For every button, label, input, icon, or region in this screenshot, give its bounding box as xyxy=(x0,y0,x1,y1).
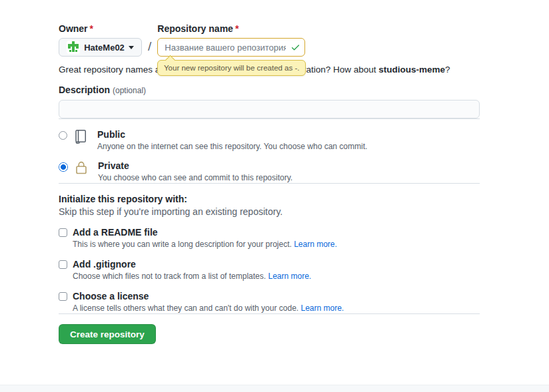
owner-name: HateMe02 xyxy=(84,43,125,53)
license-learn-more-link[interactable]: Learn more. xyxy=(301,303,344,313)
repo-name-group: Repository name* xyxy=(157,24,305,57)
readme-checkbox[interactable] xyxy=(59,228,67,237)
repo-name-input[interactable] xyxy=(157,38,305,57)
divider xyxy=(59,183,480,184)
initialize-subtitle: Skip this step if you're importing an ex… xyxy=(59,206,480,218)
description-label-text: Description xyxy=(59,85,110,95)
divider xyxy=(59,313,480,314)
owner-repo-separator: / xyxy=(148,38,151,57)
owner-avatar xyxy=(67,41,80,54)
owner-group: Owner* HateMe02 xyxy=(59,24,142,57)
gitignore-checkbox[interactable] xyxy=(59,260,67,269)
readme-option: Add a README file This is where you can … xyxy=(59,226,480,250)
check-icon xyxy=(290,43,300,53)
readme-label[interactable]: Add a README file xyxy=(73,226,337,238)
repo-required-asterisk: * xyxy=(235,23,239,34)
public-title: Public xyxy=(97,128,367,140)
gitignore-label[interactable]: Add .gitignore xyxy=(73,258,311,270)
repo-name-tooltip: Your new repository will be created as -… xyxy=(157,60,306,76)
chevron-down-icon xyxy=(129,46,134,49)
repo-name-input-wrap xyxy=(157,38,305,57)
description-input[interactable] xyxy=(59,100,480,118)
private-option-texts: Private You choose who can see and commi… xyxy=(98,160,292,183)
description-optional-text: (optional) xyxy=(113,86,146,95)
gitignore-option: Add .gitignore Choose which files not to… xyxy=(59,258,480,282)
lock-icon xyxy=(73,160,89,178)
repo-name-label-text: Repository name xyxy=(157,23,233,34)
description-label: Description(optional) xyxy=(59,85,480,95)
initialize-title: Initialize this repository with: xyxy=(59,193,480,205)
public-radio[interactable] xyxy=(59,131,67,140)
license-option: Choose a license A license tells others … xyxy=(59,290,480,313)
owner-select-button[interactable]: HateMe02 xyxy=(59,38,142,57)
visibility-option-public[interactable]: Public Anyone on the internet can see th… xyxy=(59,128,480,152)
license-description-text: A license tells others what they can and… xyxy=(73,303,301,313)
public-description: Anyone on the internet can see this repo… xyxy=(97,141,367,152)
readme-description-text: This is where you can write a long descr… xyxy=(73,240,294,249)
readme-option-texts: Add a README file This is where you can … xyxy=(73,226,337,250)
gitignore-description-text: Choose which files not to track from a l… xyxy=(73,272,268,281)
new-repository-page: Owner* HateMe02 / Repository name* xyxy=(0,0,549,392)
gitignore-description: Choose which files not to track from a l… xyxy=(73,271,311,282)
owner-label-text: Owner xyxy=(59,23,88,34)
private-radio[interactable] xyxy=(59,162,68,172)
visibility-option-private[interactable]: Private You choose who can see and commi… xyxy=(59,160,480,183)
repo-book-icon xyxy=(73,128,89,147)
license-checkbox[interactable] xyxy=(59,292,67,301)
suggested-repo-name-link[interactable]: studious-meme xyxy=(378,65,445,75)
private-description: You choose who can see and commit to thi… xyxy=(98,172,292,183)
repository-form: Owner* HateMe02 / Repository name* xyxy=(0,0,480,344)
divider xyxy=(59,118,480,119)
owner-repo-row: Owner* HateMe02 / Repository name* xyxy=(59,24,480,57)
gitignore-learn-more-link[interactable]: Learn more. xyxy=(268,272,311,281)
create-repository-button[interactable]: Create repository xyxy=(59,324,156,344)
license-option-texts: Choose a license A license tells others … xyxy=(73,290,344,313)
description-field: Description(optional) xyxy=(59,85,480,118)
public-option-texts: Public Anyone on the internet can see th… xyxy=(97,128,367,152)
license-description: A license tells others what they can and… xyxy=(73,303,344,313)
gitignore-option-texts: Add .gitignore Choose which files not to… xyxy=(73,258,311,282)
readme-learn-more-link[interactable]: Learn more. xyxy=(294,240,337,249)
owner-required-asterisk: * xyxy=(90,23,93,34)
footer-band xyxy=(0,385,549,392)
repo-name-label: Repository name* xyxy=(157,24,305,33)
hint-suffix: ? xyxy=(445,65,450,75)
license-label[interactable]: Choose a license xyxy=(73,290,344,302)
owner-label: Owner* xyxy=(59,24,142,33)
name-section: Owner* HateMe02 / Repository name* xyxy=(59,24,480,76)
private-title: Private xyxy=(98,160,292,172)
readme-description: This is where you can write a long descr… xyxy=(73,239,337,250)
